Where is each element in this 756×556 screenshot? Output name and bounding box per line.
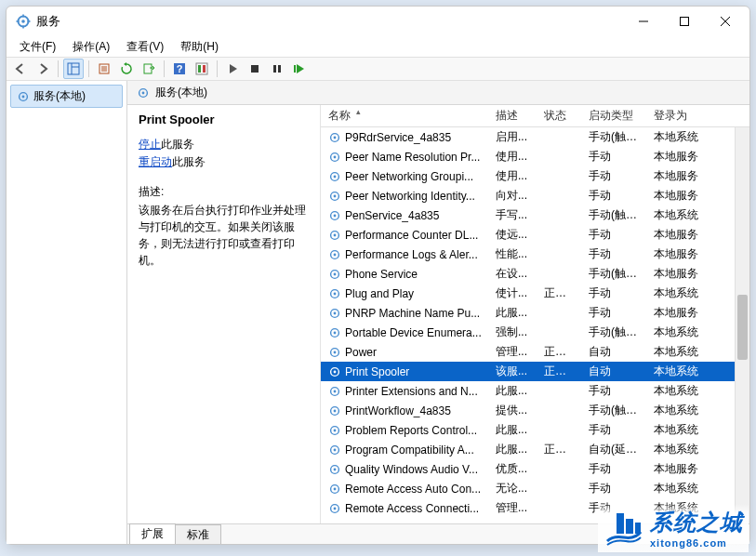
- cell-name: Print Spooler: [345, 365, 409, 378]
- cell-logon: 本地服务: [646, 149, 711, 165]
- table-row[interactable]: Performance Logs & Aler...性能...手动本地服务: [321, 245, 735, 264]
- cell-desc: 管理...: [488, 500, 537, 516]
- restart-service-button[interactable]: [289, 59, 310, 79]
- table-row[interactable]: Printer Extensions and N...此服...手动本地系统: [321, 381, 735, 401]
- service-icon: [328, 502, 341, 515]
- cell-desc: 此服...: [488, 422, 537, 438]
- scrollbar-thumb[interactable]: [737, 295, 748, 360]
- cell-logon: 本地服务: [646, 305, 711, 321]
- refresh-button[interactable]: [116, 59, 137, 79]
- menu-file[interactable]: 文件(F): [12, 38, 63, 56]
- svg-point-56: [334, 370, 337, 373]
- table-row[interactable]: PNRP Machine Name Pu...此服...手动本地服务: [321, 303, 735, 323]
- forward-button[interactable]: [33, 59, 53, 79]
- cell-desc: 手写...: [488, 207, 537, 223]
- col-header-logon[interactable]: 登录为: [646, 105, 711, 126]
- close-button[interactable]: [705, 8, 746, 34]
- table-row[interactable]: Peer Name Resolution Pr...使用...手动本地服务: [321, 147, 735, 166]
- service-icon: [328, 151, 341, 164]
- table-row[interactable]: Peer Networking Identity...向对...手动本地服务: [321, 186, 735, 205]
- help-button[interactable]: ?: [169, 59, 190, 79]
- col-header-name[interactable]: 名称▴: [321, 105, 488, 126]
- stop-service-button[interactable]: [245, 59, 265, 79]
- service-icon: [328, 131, 341, 144]
- table-row[interactable]: PenService_4a835手写...手动(触发...本地系统: [321, 205, 735, 225]
- menu-view[interactable]: 查看(V): [119, 38, 171, 56]
- vertical-scrollbar[interactable]: [735, 127, 749, 523]
- table-row[interactable]: Performance Counter DL...使远...手动本地服务: [321, 225, 735, 245]
- col-header-desc[interactable]: 描述: [488, 105, 537, 126]
- table-row[interactable]: Problem Reports Control...此服...手动本地系统: [321, 420, 735, 440]
- service-icon: [328, 404, 341, 417]
- cell-desc: 使计...: [488, 285, 537, 301]
- svg-rect-21: [198, 65, 201, 73]
- cell-logon: 本地系统: [646, 344, 711, 360]
- svg-point-48: [334, 292, 337, 295]
- svg-rect-71: [617, 513, 624, 534]
- cell-logon: 本地系统: [646, 442, 711, 457]
- table-row[interactable]: Print Spooler该服...正在...自动本地系统: [321, 362, 735, 381]
- maximize-button[interactable]: [664, 8, 705, 34]
- pause-service-button[interactable]: [267, 59, 287, 79]
- restart-service-link[interactable]: 重启动: [139, 155, 172, 168]
- cell-desc: 提供...: [488, 403, 537, 418]
- table-row[interactable]: Quality Windows Audio V...优质...手动本地服务: [321, 459, 735, 479]
- stop-service-link[interactable]: 停止: [139, 138, 161, 151]
- col-header-startup[interactable]: 启动类型: [581, 105, 646, 126]
- table-row[interactable]: Program Compatibility A...此服...正在...自动(延…: [321, 440, 735, 459]
- table-row[interactable]: P9RdrService_4a835启用...手动(触发...本地系统: [321, 127, 735, 147]
- svg-point-70: [334, 507, 337, 510]
- control-button[interactable]: [192, 59, 212, 79]
- cell-startup: 手动(触发...: [581, 324, 646, 340]
- start-service-button[interactable]: [222, 59, 243, 79]
- menubar: 文件(F) 操作(A) 查看(V) 帮助(H): [7, 36, 749, 57]
- menu-action[interactable]: 操作(A): [65, 38, 117, 56]
- table-row[interactable]: Peer Networking Groupi...使用...手动本地服务: [321, 166, 735, 186]
- service-icon: [328, 443, 341, 457]
- back-button[interactable]: [10, 59, 31, 79]
- table-row[interactable]: Remote Access Auto Con...无论...手动本地系统: [321, 479, 735, 498]
- cell-logon: 本地系统: [646, 285, 711, 301]
- table-row[interactable]: PrintWorkflow_4a835提供...手动(触发...本地系统: [321, 401, 735, 420]
- svg-point-36: [334, 175, 337, 178]
- svg-rect-17: [144, 64, 152, 73]
- tab-extended[interactable]: 扩展: [129, 523, 176, 544]
- table-row[interactable]: Phone Service在设...手动(触发...本地服务: [321, 264, 735, 284]
- cell-status: 正在...: [537, 344, 581, 360]
- cell-name: Peer Name Resolution Pr...: [345, 151, 480, 164]
- col-header-status[interactable]: 状态: [537, 105, 581, 126]
- cell-desc: 性能...: [488, 246, 537, 262]
- cell-logon: 本地服务: [646, 227, 711, 243]
- tab-standard[interactable]: 标准: [175, 524, 221, 544]
- properties-button[interactable]: [94, 59, 114, 79]
- cell-name: Printer Extensions and N...: [345, 385, 478, 398]
- service-icon: [328, 463, 341, 476]
- cell-logon: 本地系统: [646, 422, 711, 438]
- table-row[interactable]: Plug and Play使计...正在...手动本地系统: [321, 284, 735, 303]
- nav-item-services-local[interactable]: 服务(本地): [10, 85, 123, 108]
- table-row[interactable]: Power管理...正在...自动本地系统: [321, 342, 735, 362]
- titlebar: 服务: [7, 7, 749, 36]
- cell-desc: 使用...: [488, 168, 537, 184]
- show-tree-button[interactable]: [63, 59, 84, 79]
- content-area: 服务(本地) 服务(本地) Print Spooler 停止此服务: [7, 81, 749, 544]
- table-row[interactable]: Portable Device Enumera...强制...手动(触发...本…: [321, 323, 735, 342]
- service-icon: [328, 385, 341, 398]
- cell-logon: 本地系统: [646, 324, 711, 340]
- services-window: 服务 文件(F) 操作(A) 查看(V) 帮助(H) ?: [6, 6, 750, 545]
- service-icon: [328, 268, 341, 281]
- cell-startup: 手动: [581, 188, 646, 204]
- cell-logon: 本地系统: [646, 129, 711, 145]
- svg-point-52: [334, 331, 337, 334]
- cell-startup: 手动: [581, 285, 646, 301]
- gear-icon: [17, 90, 30, 103]
- menu-help[interactable]: 帮助(H): [173, 38, 226, 56]
- svg-rect-72: [626, 519, 633, 534]
- cell-startup: 手动(触发...: [581, 129, 646, 145]
- cell-name: Plug and Play: [345, 287, 414, 300]
- cell-logon: 本地服务: [646, 246, 711, 262]
- gear-icon: [137, 86, 150, 99]
- export-button[interactable]: [139, 59, 159, 79]
- minimize-button[interactable]: [623, 8, 664, 34]
- service-icon: [328, 346, 341, 359]
